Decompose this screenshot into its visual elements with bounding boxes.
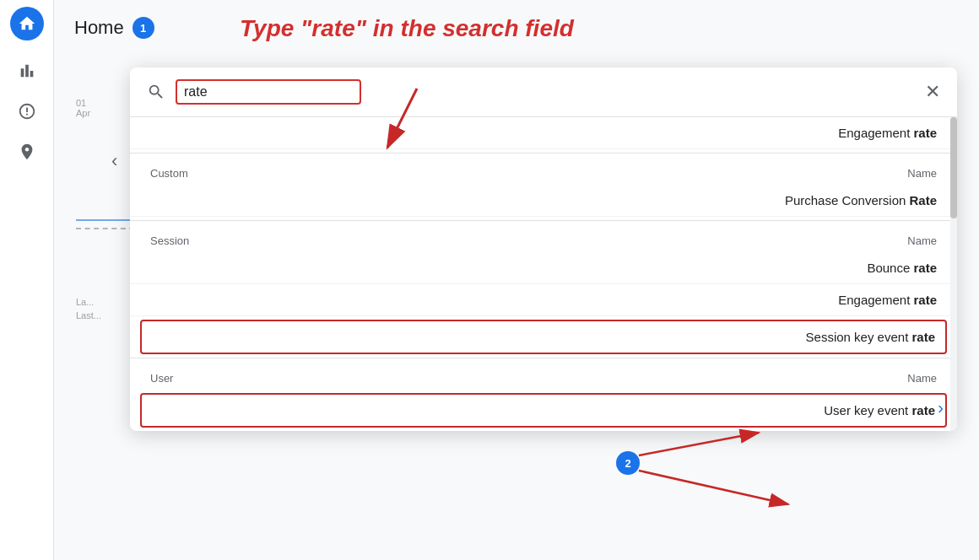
page-title: Home <box>74 17 124 39</box>
svg-text:2: 2 <box>625 457 630 470</box>
result-session-key-event-rate[interactable]: Session key event rate <box>140 320 947 354</box>
result-bold-4: rate <box>913 293 937 307</box>
search-bar: ✕ <box>130 67 957 117</box>
result-bounce-rate[interactable]: Bounce rate <box>130 252 957 284</box>
section-label-custom: Custom <box>150 167 188 180</box>
annotation-instruction: Type "rate" in the search field <box>240 15 574 42</box>
result-engagement-rate-session[interactable]: Engagement rate <box>130 284 957 316</box>
search-modal: ✕ Engagement rate Custom Name Purchase C… <box>130 67 957 431</box>
search-icon <box>147 83 165 101</box>
section-label-session: Session <box>150 234 189 247</box>
svg-line-4 <box>639 433 759 455</box>
results-list[interactable]: Engagement rate Custom Name Purchase Con… <box>130 117 957 431</box>
section-label-user: User <box>150 372 173 385</box>
scrollbar-thumb[interactable] <box>950 117 957 218</box>
sidebar <box>0 0 54 560</box>
section-divider-1 <box>130 153 957 153</box>
svg-line-5 <box>639 471 788 504</box>
section-divider-2 <box>130 220 957 221</box>
scrollbar-track <box>950 117 957 431</box>
search-input[interactable] <box>176 79 361 105</box>
result-user-key-event-rate[interactable]: User key event rate <box>140 393 947 428</box>
explore-icon <box>18 102 36 121</box>
result-bold-6: rate <box>911 403 935 417</box>
close-button[interactable]: ✕ <box>925 81 940 103</box>
antenna-icon <box>18 143 36 161</box>
sidebar-item-reports[interactable] <box>10 54 44 88</box>
main-content: Home 1 Type "rate" in the search field 0… <box>54 0 979 560</box>
section-label-name-1: Name <box>907 167 937 180</box>
bar-chart-icon <box>18 62 36 80</box>
svg-point-2 <box>616 451 640 475</box>
section-header-custom: Custom Name <box>130 157 957 185</box>
step-badge-1: 1 <box>133 17 154 39</box>
result-bold: rate <box>913 126 937 140</box>
sidebar-item-advertising[interactable] <box>10 135 44 169</box>
section-header-user: User Name <box>130 362 957 390</box>
result-engagement-rate-top[interactable]: Engagement rate <box>130 117 957 149</box>
result-bold-5: rate <box>911 330 935 344</box>
section-header-session: Session Name <box>130 224 957 252</box>
result-bold-2: Rate <box>909 193 937 207</box>
section-divider-3 <box>130 358 957 358</box>
section-label-name-2: Name <box>907 234 937 247</box>
section-label-name-3: Name <box>907 372 937 385</box>
nav-arrow-right[interactable]: › <box>938 398 944 417</box>
result-bold-3: rate <box>913 261 937 275</box>
result-purchase-conversion-rate[interactable]: Purchase Conversion Rate <box>130 185 957 217</box>
sidebar-item-explore[interactable] <box>10 94 44 128</box>
sidebar-item-home[interactable] <box>10 7 44 40</box>
back-button[interactable]: ‹ <box>111 150 117 172</box>
home-icon <box>18 14 36 33</box>
